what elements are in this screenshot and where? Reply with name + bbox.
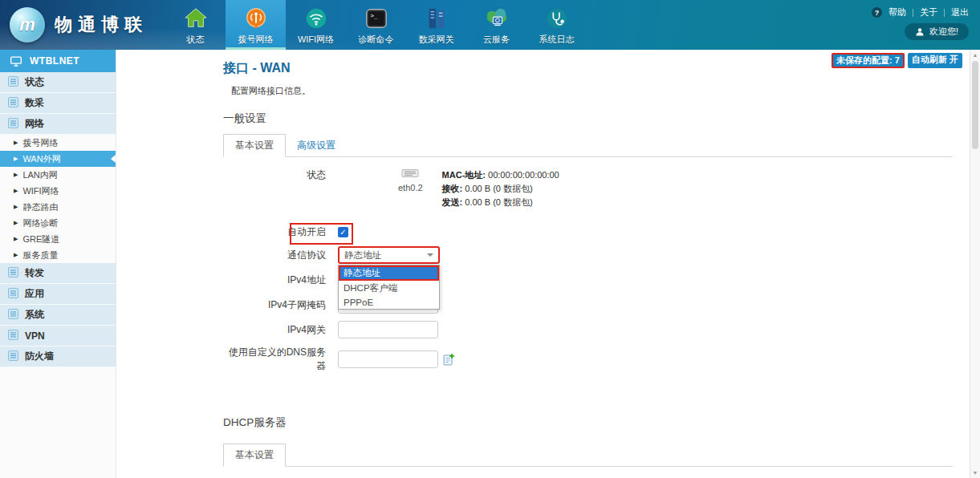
nav-label: 系统日志: [539, 34, 575, 46]
tab-basic-settings[interactable]: 基本设置: [223, 134, 286, 157]
autostart-label: 自动开启: [223, 225, 326, 239]
top-header: m 物通博联 状态 拨号网络 WIFI网络: [0, 0, 980, 50]
about-link[interactable]: 关于: [920, 6, 937, 18]
bullet-arrow-icon: ▶: [14, 156, 18, 162]
sidebar-item-status[interactable]: 状态: [0, 72, 116, 93]
ipv4-gateway-input[interactable]: [338, 321, 438, 338]
stethoscope-icon: [545, 5, 569, 31]
help-icon: ?: [872, 7, 882, 18]
sidebar-item-system[interactable]: 系统: [0, 305, 116, 326]
sidebar-item-label: 系统: [25, 308, 44, 322]
dhcp-tabbar: 基本设置: [223, 443, 953, 467]
divider: [944, 9, 945, 17]
rx-label: 接收:: [442, 184, 463, 193]
protocol-dropdown: 静态地址 DHCP客户端 PPPoE: [338, 265, 440, 310]
tx-label: 发送:: [442, 197, 463, 207]
sidebar-item-wan[interactable]: ▶ WAN外网: [0, 151, 116, 167]
add-entry-icon[interactable]: [443, 353, 455, 366]
svg-text:>_: >_: [370, 12, 378, 19]
nav-label: 数采网关: [419, 34, 454, 46]
router-admin-page: m 物通博联 状态 拨号网络 WIFI网络: [0, 0, 980, 478]
help-link[interactable]: 帮助: [889, 6, 906, 18]
nav-dial-network[interactable]: 拨号网络: [226, 0, 286, 50]
custom-dns-row: 使用自定义的DNS服务器: [223, 346, 980, 373]
settings-tabbar: 基本设置 高级设置: [223, 136, 953, 157]
sidebar-item-qos[interactable]: ▶ 服务质量: [0, 247, 116, 263]
sidebar-item-lan[interactable]: ▶ LAN内网: [0, 167, 116, 183]
interface-info: MAC-地址: 00:00:00:00:00:00 接收: 0.00 B (0 …: [442, 168, 559, 209]
list-icon: [8, 76, 18, 89]
interface-name: eth0.2: [398, 183, 423, 192]
nav-wifi[interactable]: WIFI网络: [286, 0, 346, 50]
nav-cloud-service[interactable]: 云服务: [466, 0, 527, 50]
scroll-down-icon[interactable]: ▼: [970, 470, 980, 476]
sidebar-item-label: 静态路由: [22, 201, 58, 213]
ipv4-gateway-label: IPv4网关: [223, 323, 326, 337]
sidebar-item-apps[interactable]: 应用: [0, 284, 116, 305]
brand-name: 物通博联: [55, 13, 148, 37]
list-icon: [8, 309, 18, 322]
tab-advanced-settings[interactable]: 高级设置: [286, 135, 347, 156]
list-icon: [8, 350, 18, 363]
sidebar-item-vpn[interactable]: VPN: [0, 326, 116, 346]
bullet-arrow-icon: ▶: [14, 140, 18, 146]
list-icon: [8, 267, 18, 280]
ipv4-netmask-row: IPv4子网掩码: [223, 296, 980, 314]
rx-value: 0.00 B (0 数据包): [465, 184, 532, 193]
ethernet-icon: [401, 168, 419, 181]
sidebar-item-gre-tunnel[interactable]: ▶ GRE隧道: [0, 231, 116, 247]
welcome-button[interactable]: 欢迎您!: [905, 23, 969, 40]
wan-form: 状态 eth0.2 MAC-地址: 00:00:00:00:00:00 接收: …: [223, 168, 980, 373]
sidebar-header: WTBLNET: [0, 50, 116, 72]
sidebar: WTBLNET 状态 数采 网络 ▶ 拨号网络 ▶ WAN外网 ▶ LAN内网 …: [0, 50, 116, 478]
sidebar-item-data-collect[interactable]: 数采: [0, 93, 116, 114]
interface-block: eth0.2: [398, 168, 423, 192]
sidebar-item-label: WIFI网络: [22, 185, 59, 197]
auto-refresh-toggle[interactable]: 自动刷新 开: [908, 53, 962, 68]
sidebar-item-label: 服务质量: [22, 249, 58, 261]
sidebar-item-label: WAN外网: [22, 153, 60, 165]
bullet-arrow-icon: ▶: [14, 236, 18, 242]
sidebar-item-firewall[interactable]: 防火墙: [0, 346, 116, 367]
custom-dns-input[interactable]: [338, 350, 438, 368]
tx-value: 0.00 B (0 数据包): [465, 197, 532, 207]
sidebar-item-forward[interactable]: 转发: [0, 263, 116, 284]
nav-label: 诊断命令: [359, 34, 394, 46]
autostart-checkbox[interactable]: ✓: [338, 227, 348, 237]
nav-data-gateway[interactable]: 数采网关: [406, 0, 466, 50]
scrollbar-thumb[interactable]: [972, 61, 978, 149]
protocol-selected-value: 静态地址: [344, 249, 381, 261]
sidebar-item-network[interactable]: 网络: [0, 114, 116, 135]
sidebar-item-label: GRE隧道: [22, 233, 59, 245]
header-links: ? 帮助 关于 退出: [872, 6, 969, 18]
sidebar-item-label: 数采: [25, 96, 44, 110]
option-static-address[interactable]: 静态地址: [339, 265, 439, 281]
nav-label: 云服务: [483, 34, 510, 46]
dhcp-tab-basic[interactable]: 基本设置: [223, 444, 286, 467]
option-pppoe[interactable]: PPPoE: [339, 296, 439, 309]
sidebar-item-dial-network[interactable]: ▶ 拨号网络: [0, 135, 116, 151]
scroll-up-icon[interactable]: ▲: [970, 52, 980, 58]
sidebar-item-label: 应用: [25, 287, 44, 301]
unsaved-config-badge[interactable]: 未保存的配置: 7: [832, 53, 905, 68]
bullet-arrow-icon: ▶: [14, 188, 18, 194]
nav-system-log[interactable]: 系统日志: [527, 0, 587, 50]
sidebar-item-static-route[interactable]: ▶ 静态路由: [0, 199, 116, 215]
list-icon: [8, 118, 18, 131]
logout-link[interactable]: 退出: [951, 6, 969, 18]
nav-status[interactable]: 状态: [165, 0, 226, 50]
protocol-select[interactable]: 静态地址: [338, 246, 440, 264]
ipv4-address-row: IPv4地址: [223, 271, 980, 289]
sidebar-title: WTBLNET: [30, 55, 79, 67]
brand-globe-icon: m: [10, 7, 45, 43]
nav-diagnose-cmd[interactable]: >_ 诊断命令: [346, 0, 406, 50]
sidebar-item-net-diagnose[interactable]: ▶ 网络诊断: [0, 215, 116, 231]
sidebar-item-wifi[interactable]: ▶ WIFI网络: [0, 183, 116, 199]
sidebar-item-label: 转发: [25, 266, 44, 280]
option-dhcp-client[interactable]: DHCP客户端: [339, 281, 439, 296]
bullet-arrow-icon: ▶: [14, 252, 18, 258]
mac-label: MAC-地址:: [442, 170, 486, 180]
sidebar-item-label: 网络: [25, 117, 44, 131]
cloud-icon: [484, 5, 510, 31]
status-row: 状态 eth0.2 MAC-地址: 00:00:00:00:00:00 接收: …: [223, 168, 980, 209]
